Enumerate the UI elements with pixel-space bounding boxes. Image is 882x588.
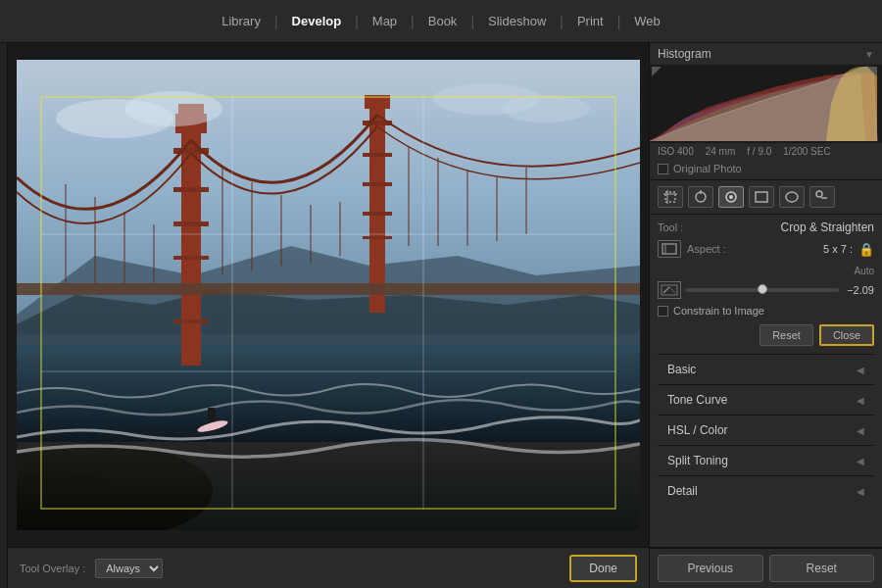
svg-marker-49 bbox=[652, 67, 662, 76]
histogram-section: Histogram ▼ bbox=[650, 43, 882, 180]
basic-section: Basic ◀ bbox=[658, 354, 874, 384]
nav-item-library[interactable]: Library bbox=[208, 10, 274, 32]
bottom-toolbar: Tool Overlay : Always Done bbox=[8, 547, 649, 588]
photo-background bbox=[17, 60, 640, 530]
histogram-meta: ISO 400 24 mm f / 9.0 1/200 SEC bbox=[650, 143, 882, 160]
auto-label: Auto bbox=[854, 266, 874, 276]
svg-rect-18 bbox=[363, 153, 392, 157]
nav-item-map[interactable]: Map bbox=[359, 10, 411, 32]
svg-rect-7 bbox=[181, 130, 201, 366]
aspect-row: Aspect : 5 x 7 : 🔒 bbox=[658, 240, 874, 258]
focal-length: 24 mm bbox=[706, 146, 736, 157]
hsl-arrow: ◀ bbox=[857, 425, 864, 436]
nav-item-slideshow[interactable]: Slideshow bbox=[474, 10, 560, 32]
tone-curve-section: Tone Curve ◀ bbox=[658, 384, 874, 415]
iso-value: ISO 400 bbox=[658, 146, 694, 157]
histogram-menu-icon[interactable]: ▼ bbox=[864, 49, 874, 60]
nav-items: Library | Develop | Map | Book | Slidesh… bbox=[208, 10, 674, 32]
auto-label-row: Auto bbox=[658, 264, 874, 277]
constrain-label: Constrain to Image bbox=[673, 305, 764, 317]
right-panel: Histogram ▼ bbox=[649, 43, 882, 588]
aspect-value: 5 x 7 : bbox=[823, 243, 853, 255]
left-panel bbox=[0, 43, 8, 588]
original-photo-row: Original Photo bbox=[650, 160, 882, 179]
svg-rect-10 bbox=[173, 221, 209, 226]
original-photo-label: Original Photo bbox=[673, 163, 742, 174]
detail-section-header[interactable]: Detail ◀ bbox=[658, 476, 874, 506]
svg-rect-16 bbox=[369, 107, 385, 313]
reset-button[interactable]: Reset bbox=[760, 324, 813, 346]
hsl-section-header[interactable]: HSL / Color ◀ bbox=[658, 416, 874, 445]
angle-slider[interactable] bbox=[685, 288, 839, 292]
aspect-label: Aspect : bbox=[687, 243, 731, 255]
svg-rect-11 bbox=[173, 256, 209, 260]
basic-section-arrow: ◀ bbox=[857, 365, 864, 375]
photo-canvas bbox=[17, 60, 640, 530]
split-toning-header[interactable]: Split Toning ◀ bbox=[658, 446, 874, 475]
aperture-value: f / 9.0 bbox=[747, 146, 771, 157]
svg-rect-58 bbox=[756, 192, 767, 202]
basic-section-header[interactable]: Basic ◀ bbox=[658, 355, 874, 384]
histogram-header: Histogram ▼ bbox=[650, 43, 882, 65]
red-eye-icon[interactable] bbox=[718, 186, 744, 208]
svg-rect-21 bbox=[363, 236, 392, 239]
close-button[interactable]: Close bbox=[819, 324, 874, 346]
constrain-row: Constrain to Image bbox=[658, 305, 874, 317]
angle-row: −2.09 bbox=[658, 281, 874, 299]
spot-removal-icon[interactable] bbox=[688, 186, 713, 208]
hsl-color-section: HSL / Color ◀ bbox=[658, 415, 874, 445]
svg-point-43 bbox=[502, 95, 590, 122]
nav-item-develop[interactable]: Develop bbox=[278, 10, 356, 32]
nav-item-print[interactable]: Print bbox=[564, 10, 617, 32]
top-navigation: Library | Develop | Map | Book | Slidesh… bbox=[0, 0, 882, 43]
split-toning-arrow: ◀ bbox=[857, 456, 864, 466]
radial-filter-icon[interactable] bbox=[779, 186, 805, 208]
svg-rect-62 bbox=[662, 244, 676, 254]
right-bottom-buttons: Previous Reset bbox=[650, 548, 882, 588]
split-toning-section: Split Toning ◀ bbox=[658, 445, 874, 475]
histogram-canvas bbox=[650, 65, 882, 143]
angle-value: −2.09 bbox=[843, 284, 874, 296]
main-area: Tool Overlay : Always Done Histogram ▼ bbox=[0, 43, 882, 588]
tool-label: Tool : bbox=[658, 221, 702, 233]
svg-point-57 bbox=[729, 195, 733, 199]
shutter-speed: 1/200 SEC bbox=[783, 146, 830, 157]
bottom-reset-button[interactable]: Reset bbox=[769, 555, 875, 582]
svg-rect-37 bbox=[17, 283, 640, 295]
nav-item-book[interactable]: Book bbox=[415, 10, 471, 32]
detail-title: Detail bbox=[667, 484, 698, 498]
aspect-icon bbox=[658, 240, 681, 258]
reset-close-row: Reset Close bbox=[658, 324, 874, 346]
done-button[interactable]: Done bbox=[569, 555, 637, 582]
tool-icons-row bbox=[650, 180, 882, 215]
adjustment-brush-icon[interactable] bbox=[809, 186, 835, 208]
svg-rect-19 bbox=[363, 182, 392, 186]
previous-button[interactable]: Previous bbox=[658, 555, 763, 582]
svg-rect-20 bbox=[363, 212, 392, 216]
tone-curve-section-header[interactable]: Tone Curve ◀ bbox=[658, 385, 874, 415]
histogram-graph bbox=[650, 65, 882, 143]
svg-line-66 bbox=[669, 287, 675, 293]
tone-curve-title: Tone Curve bbox=[667, 393, 727, 407]
tool-overlay-select[interactable]: Always bbox=[95, 559, 163, 578]
hsl-title: HSL / Color bbox=[667, 423, 728, 437]
svg-rect-3 bbox=[17, 344, 640, 442]
detail-arrow: ◀ bbox=[857, 486, 864, 497]
tool-name-row: Tool : Crop & Straighten bbox=[658, 220, 874, 234]
svg-rect-64 bbox=[662, 285, 677, 295]
split-toning-title: Split Toning bbox=[667, 454, 728, 467]
basic-section-title: Basic bbox=[667, 363, 696, 376]
original-photo-checkbox[interactable] bbox=[658, 164, 668, 174]
tool-overlay-label: Tool Overlay : bbox=[20, 563, 85, 574]
crop-tool-icon[interactable] bbox=[658, 186, 683, 208]
lock-icon[interactable]: 🔒 bbox=[858, 242, 874, 257]
nav-item-web[interactable]: Web bbox=[620, 10, 674, 32]
histogram-title: Histogram bbox=[658, 47, 711, 61]
svg-point-59 bbox=[786, 192, 798, 202]
svg-rect-13 bbox=[173, 319, 209, 323]
graduated-filter-icon[interactable] bbox=[749, 186, 774, 208]
svg-point-60 bbox=[816, 191, 822, 197]
center-canvas: Tool Overlay : Always Done bbox=[8, 43, 649, 588]
svg-rect-9 bbox=[173, 187, 209, 192]
constrain-checkbox[interactable] bbox=[658, 306, 668, 317]
